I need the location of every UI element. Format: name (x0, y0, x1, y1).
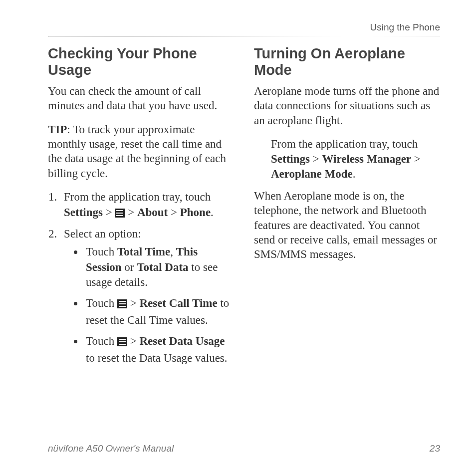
b3-post: to reset the Data Usage values. (86, 352, 228, 364)
tip-paragraph: TIP: To track your approximate monthly u… (48, 122, 234, 181)
astep-end: . (353, 168, 356, 180)
page-header: Using the Phone (48, 22, 440, 36)
option-2: Touch > Reset Call Time to reset the Cal… (84, 296, 234, 328)
step1-pre: From the application tray, touch (64, 191, 211, 203)
menu-icon (117, 297, 127, 312)
steps-list: From the application tray, touch Setting… (48, 190, 234, 366)
b3-pre: Touch (86, 335, 117, 347)
step1-sep1: > (103, 206, 115, 219)
svg-rect-1 (116, 210, 123, 211)
step1-phone: Phone (180, 206, 211, 219)
options-list: Touch Total Time, This Session or Total … (64, 244, 234, 366)
b2-sep: > (127, 297, 139, 309)
b3-sep: > (127, 335, 139, 347)
svg-rect-7 (119, 306, 126, 307)
left-column: Checking Your Phone Usage You can check … (48, 45, 234, 372)
menu-icon (115, 207, 125, 222)
svg-rect-9 (119, 339, 126, 340)
b1-total-time: Total Time (117, 245, 170, 258)
right-column: Turning On Aeroplane Mode Aeroplane mode… (254, 45, 440, 372)
svg-rect-5 (119, 301, 126, 302)
b1-sep1: , (170, 245, 176, 258)
aeroplane-outro: When Aeroplane mode is on, the telephone… (254, 189, 440, 262)
astep-sep1: > (310, 153, 322, 165)
astep-aeroplane-mode: Aeroplane Mode (271, 168, 353, 180)
svg-rect-2 (116, 213, 123, 214)
step2-text: Select an option: (64, 228, 141, 240)
step1-sep3: > (168, 206, 180, 219)
option-1: Touch Total Time, This Session or Total … (84, 244, 234, 290)
tip-text: : To track your approximate monthly usag… (48, 123, 226, 180)
svg-rect-6 (119, 303, 126, 304)
step-1: From the application tray, touch Setting… (60, 190, 234, 222)
astep-sep2: > (411, 153, 421, 165)
b3-reset-data-usage: Reset Data Usage (139, 335, 225, 347)
step1-about: About (137, 206, 168, 219)
footer-page-number: 23 (430, 443, 440, 454)
section-heading-aeroplane: Turning On Aeroplane Mode (254, 45, 440, 79)
b2-reset-call-time: Reset Call Time (139, 297, 217, 309)
step1-sep2: > (125, 206, 137, 219)
b1-pre: Touch (86, 245, 117, 258)
astep-wireless-manager: Wireless Manager (322, 153, 411, 165)
astep-pre: From the application tray, touch (271, 138, 418, 150)
page-footer: nüvifone A50 Owner's Manual 23 (48, 443, 440, 454)
b1-sep2: or (122, 261, 137, 273)
astep-settings: Settings (271, 153, 310, 165)
section-heading-usage: Checking Your Phone Usage (48, 45, 234, 79)
manual-page: Using the Phone Checking Your Phone Usag… (0, 0, 476, 476)
svg-rect-3 (116, 215, 123, 216)
step-2: Select an option: Touch Total Time, This… (60, 227, 234, 366)
b1-total-data: Total Data (137, 261, 188, 273)
menu-icon (117, 335, 127, 350)
footer-manual-name: nüvifone A50 Owner's Manual (48, 443, 174, 454)
aeroplane-step: From the application tray, touch Setting… (271, 137, 440, 182)
step1-end: . (211, 206, 214, 219)
tip-label: TIP (48, 123, 67, 136)
aeroplane-intro: Aeroplane mode turns off the phone and d… (254, 84, 440, 128)
option-3: Touch > Reset Data Usage to reset the Da… (84, 334, 234, 366)
intro-paragraph: You can check the amount of call minutes… (48, 84, 234, 113)
svg-rect-11 (119, 344, 126, 345)
content-columns: Checking Your Phone Usage You can check … (48, 45, 440, 372)
step1-settings: Settings (64, 206, 103, 219)
b2-pre: Touch (86, 297, 117, 309)
svg-rect-10 (119, 341, 126, 342)
